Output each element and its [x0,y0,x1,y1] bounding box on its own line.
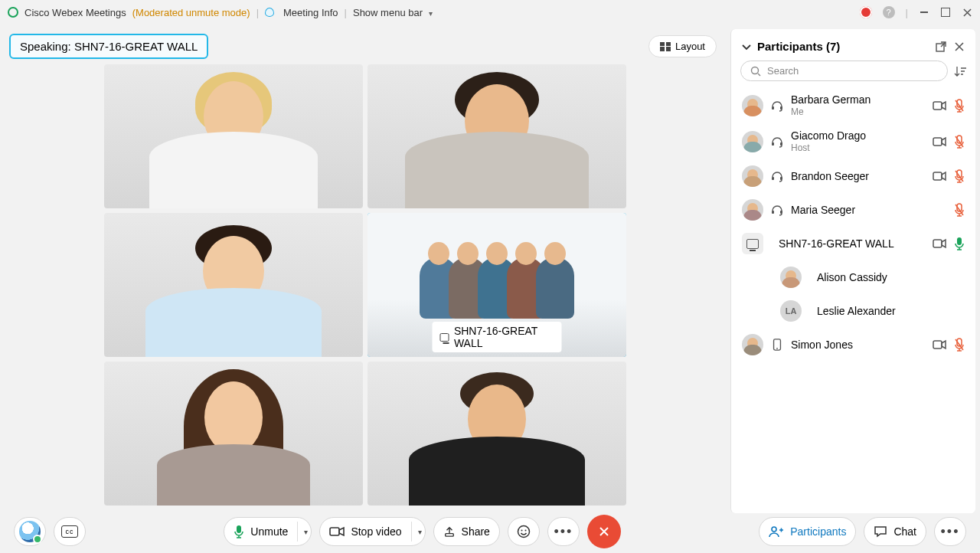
stop-video-button[interactable]: Stop video ▾ [319,517,425,546]
participant-row[interactable]: Simon Jones [737,328,969,362]
mic-icon[interactable] [954,169,965,183]
participant-name: Brandon Seeger [791,170,925,183]
svg-point-1 [752,67,759,74]
participant-name: Alison Cassidy [817,271,965,284]
video-tile[interactable] [368,362,626,506]
participants-panel: Participants (7) Search Barbara GermanMe… [730,29,975,513]
meeting-stage: Speaking: SHN7-16-GREAT WALL Layout SHN7… [0,25,730,553]
help-icon[interactable]: ? [883,6,895,18]
assistant-icon [19,521,41,542]
cc-icon: cc [61,525,78,538]
participant-role: Me [791,106,925,117]
participant-row[interactable]: LALeslie Alexander [737,294,969,328]
avatar [780,267,802,288]
speaking-prefix: Speaking: [20,40,74,53]
participant-name: Maria Seeger [791,204,946,217]
active-speaker-badge: Speaking: SHN7-16-GREAT WALL [9,34,208,59]
show-menu-label: Show menu bar [353,7,423,18]
chevron-down-icon[interactable]: ▾ [297,522,308,542]
shield-icon [265,8,274,17]
headset-icon [771,136,783,148]
video-tile[interactable] [104,213,363,357]
mic-icon[interactable] [954,135,965,149]
svg-rect-8 [933,138,942,146]
more-options-button[interactable]: ••• [547,517,580,546]
video-tile-active[interactable]: SHN7-16-GREAT WALL [368,213,626,357]
recording-indicator-icon[interactable] [860,6,872,18]
participant-row[interactable]: Alison Cassidy [737,260,969,294]
end-meeting-button[interactable] [587,515,621,548]
assistant-button[interactable] [14,517,46,546]
window-minimize-button[interactable] [919,7,929,18]
unmute-button[interactable]: Unmute ▾ [224,517,312,546]
svg-rect-11 [780,177,782,180]
separator: | [906,7,908,18]
participant-row[interactable]: Barbara GermanMe [737,87,969,123]
participant-row[interactable]: SHN7-16-GREAT WALL [737,227,969,260]
search-input[interactable]: Search [740,61,948,81]
video-tile[interactable] [104,64,363,208]
chevron-down-icon[interactable]: ▾ [411,522,422,542]
chat-button[interactable]: Chat [864,517,926,546]
video-icon[interactable] [933,136,946,147]
chevron-down-icon: ▾ [429,9,433,18]
participant-row[interactable]: Giacomo DragoHost [737,123,969,159]
captions-button[interactable]: cc [54,517,86,546]
close-icon [598,525,610,538]
participant-name: Giacomo Drago [791,129,925,142]
mic-icon[interactable] [954,338,965,352]
sort-icon[interactable] [954,66,966,77]
chevron-down-icon[interactable] [742,42,751,51]
svg-rect-23 [237,525,241,533]
svg-rect-7 [780,142,782,146]
video-tile[interactable] [104,362,363,506]
app-name: Cisco Webex Meetings [24,7,126,18]
more-panels-button[interactable]: ••• [934,517,966,546]
participant-list: Barbara GermanMeGiacomo DragoHostBrandon… [737,87,969,506]
avatar [742,165,763,187]
unmute-label: Unmute [250,525,288,538]
share-icon [443,526,456,537]
svg-rect-17 [933,240,942,247]
close-icon[interactable] [954,41,965,52]
svg-point-29 [772,527,776,532]
share-button[interactable]: Share [433,517,500,546]
svg-rect-10 [772,177,774,180]
avatar: LA [780,300,802,322]
video-icon[interactable] [933,238,946,249]
camera-icon [329,526,345,537]
participants-icon [769,525,784,538]
window-close-button[interactable] [962,7,972,18]
layout-button[interactable]: Layout [648,35,717,57]
mic-icon[interactable] [954,99,965,113]
participant-name: Barbara German [791,93,925,106]
svg-rect-2 [772,106,774,110]
share-label: Share [462,525,490,538]
video-icon[interactable] [933,100,946,111]
video-tile[interactable] [368,64,626,208]
speaking-name: SHN7-16-GREAT WALL [74,40,198,53]
show-menu-bar[interactable]: Show menu bar ▾ [353,7,433,18]
svg-rect-15 [780,211,782,214]
participants-button[interactable]: Participants [759,517,856,546]
participant-name: Leslie Alexander [817,305,965,318]
participant-name: Simon Jones [791,339,925,352]
meeting-toolbar: cc Unmute ▾ Stop video ▾ Share ••• Parti… [0,510,980,553]
svg-rect-3 [780,106,782,110]
svg-rect-4 [933,102,942,110]
device-avatar [742,233,763,254]
chat-icon [874,525,887,538]
mic-icon[interactable] [954,237,965,250]
participant-row[interactable]: Maria Seeger [737,193,969,227]
more-icon: ••• [941,525,960,538]
video-icon[interactable] [933,171,946,182]
meeting-info-link[interactable]: Meeting Info [283,7,338,18]
video-icon[interactable] [933,339,946,350]
participant-row[interactable]: Brandon Seeger [737,159,969,193]
avatar [742,95,763,116]
popout-icon[interactable] [936,41,946,52]
window-maximize-button[interactable] [940,7,951,18]
mic-icon[interactable] [954,203,965,217]
reactions-button[interactable] [508,517,540,546]
svg-rect-6 [772,142,774,146]
